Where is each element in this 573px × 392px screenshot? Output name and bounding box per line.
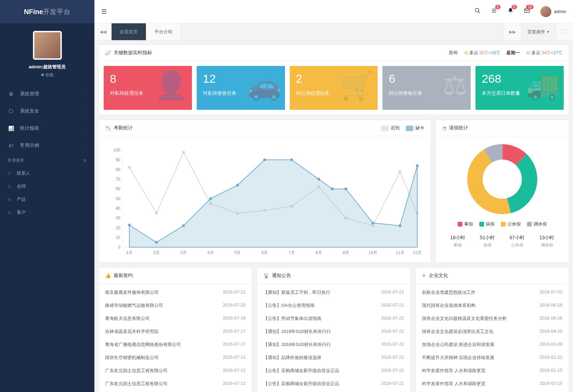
tab-home[interactable]: 欢迎首页 [112, 23, 146, 40]
list-item[interactable]: 科学发展作指导 人水和谐路更宽2016-02-15 [416, 364, 569, 377]
list-item-title: 青海航天信息有限公司 [105, 315, 150, 322]
list-item-title: 现代国有企业道德体系初构 [422, 302, 475, 309]
swatch-icon [381, 126, 389, 131]
legend-item: 调休假 [527, 221, 547, 227]
list-item-date: 2016-07-21 [381, 355, 404, 361]
list-item[interactable]: 【通知】2016年G20财长和央行行2016-07-21 [257, 338, 410, 351]
svg-point-49 [263, 158, 266, 161]
list-item[interactable]: 曲靖市绿能燃气运输有限公司2016-07-20 [99, 299, 252, 312]
list-item[interactable]: 【公告】劳动节集体出游指南2016-07-21 [257, 312, 410, 325]
list-item[interactable]: 青海航天信息有限公司2016-07-19 [99, 312, 252, 325]
list-item[interactable]: 广东友元国土信息工程有限公司2016-07-12 [99, 377, 252, 390]
fav-product[interactable]: ☆产品 [0, 193, 94, 206]
list-item-title: 【通知】2016年G20财长和央行行 [263, 342, 331, 348]
badge: 16 [526, 5, 533, 9]
list-item[interactable]: 吉林省蔬菜花卉科学研究院2016-07-17 [99, 325, 252, 338]
card-private-sign[interactable]: 12对私待签收任务🚗 [197, 66, 285, 110]
list-item[interactable]: 【公告】OA办公使用指南2016-07-21 [257, 299, 410, 312]
list-item-title: 加强企业公民建设 推进企业和谐发展 [422, 342, 495, 348]
svg-point-54 [371, 221, 374, 224]
gear-icon[interactable]: ⚙ [83, 158, 87, 163]
list-item-title: 国有企业文化建设必须突出员工文化 [422, 328, 493, 335]
list-item-title: 【通知】2016年G20财长和央行行 [263, 328, 331, 335]
donut-chart: 事假 病假 公休假 调休假 18小时事假 51小时病假 67小时公休假 13小时… [436, 136, 569, 255]
fav-customer[interactable]: ☆客户 [0, 206, 94, 219]
notice-panel: 📡通知公告 【通知】新版员工守则，即日执行2016-07-21【公告】OA办公使… [257, 267, 410, 392]
bell-icon[interactable]: 8 [507, 8, 514, 15]
list-item-date: 2016-07-13 [223, 355, 246, 361]
card-public-pending[interactable]: 2对公待处理任务🛒 [290, 66, 378, 110]
list-item-date: 2016-07-12 [223, 381, 246, 387]
svg-point-45 [155, 241, 158, 244]
monitor-icon: 🖵 [8, 108, 14, 114]
star-icon: ☆ [8, 197, 11, 202]
list-item[interactable]: 【通知】品牌价值的最佳选择2016-07-21 [257, 351, 410, 364]
list-item[interactable]: 不断提升大庆精神 实现企业持续发展2016-02-22 [416, 351, 569, 364]
list-item-date: 2016-07-19 [223, 315, 246, 322]
legend-item: 事假 [458, 221, 473, 227]
list-item[interactable]: 科学发展作指导 人水和谐路更宽2016-02-15 [416, 377, 569, 390]
list-item-date: 2016-07-21 [381, 315, 404, 322]
user-menu[interactable]: admin [540, 6, 566, 17]
list-item[interactable]: 【通知】新版员工守则，即日执行2016-07-21 [257, 286, 410, 299]
avatar-icon [540, 6, 551, 17]
svg-point-31 [128, 166, 131, 169]
nav-item-system[interactable]: ⚙系统管理› [0, 85, 94, 103]
plane-icon: ✈ [422, 273, 426, 278]
nav-item-reports[interactable]: 📊统计报表› [0, 120, 94, 137]
mail-icon[interactable]: 16 [524, 8, 530, 15]
list-item[interactable]: 南京森鹿皮件服饰有限公司2016-07-21 [99, 286, 252, 299]
weather-day: 星期一 [506, 50, 520, 56]
nav-item-security[interactable]: 🖵系统安全› [0, 103, 94, 120]
search-icon[interactable] [474, 8, 481, 15]
tab-prev-icon[interactable]: ◀◀ [94, 23, 112, 40]
logo: NFine开发平台 [0, 0, 94, 23]
swatch-icon [527, 222, 532, 227]
fav-contract[interactable]: ☆合同 [0, 180, 94, 193]
svg-point-56 [416, 164, 419, 167]
list-item[interactable]: 创新企业党建思想政治工作2016-07-02 [416, 286, 569, 299]
svg-text:8月: 8月 [316, 250, 322, 255]
badge: 8 [512, 5, 517, 9]
svg-marker-43 [129, 160, 417, 247]
list-item[interactable]: 【公告】采购商城全新升级自营业正品2016-07-21 [257, 377, 410, 390]
chevron-right-icon: › [86, 109, 87, 113]
svg-point-47 [209, 197, 212, 200]
swatch-icon [479, 222, 484, 227]
profile-name: admin;超级管理员 [8, 64, 87, 70]
list-item[interactable]: 广东友元国土信息工程有限公司2016-07-12 [99, 364, 252, 377]
list-item[interactable]: 青海省广播电视信息网络股份有限公司2016-07-17 [99, 338, 252, 351]
fullscreen-icon[interactable]: ⛶ [556, 23, 573, 40]
list-item-title: 【公告】采购商城全新升级自营业正品 [263, 381, 339, 387]
tab-next-icon[interactable]: ▶▶ [504, 23, 521, 40]
list-item-date: 2016-03-08 [539, 342, 562, 348]
tab-intro[interactable]: 平台介绍 [146, 23, 181, 40]
list-item[interactable]: 加强企业公民建设 推进企业和谐发展2016-03-08 [416, 338, 569, 351]
list-icon[interactable]: 5 [491, 8, 497, 15]
svg-text:30: 30 [116, 216, 121, 220]
tag-icon: 🏷 [8, 143, 14, 148]
chart-icon: 📊 [8, 126, 14, 131]
chevron-right-icon: › [86, 127, 87, 130]
nav-label: 统计报表 [20, 125, 39, 131]
card-orders[interactable]: 268本月交易订单数量🚚 [475, 66, 564, 110]
card-public-sign[interactable]: 6对公待签收任务⚖ [382, 66, 471, 110]
svg-point-41 [399, 170, 401, 173]
tab-operations[interactable]: 页签操作 ▼ [521, 23, 556, 40]
card-private-pending[interactable]: 8对私待处理任务👤 [104, 66, 192, 110]
list-item-date: 2016-04-20 [539, 328, 562, 335]
list-item[interactable]: 【通知】2016年G20财长和央行行2016-07-21 [257, 325, 410, 338]
list-item[interactable]: 国有企业文化建设必须突出员工文化2016-04-20 [416, 325, 569, 338]
list-item-title: 【公告】劳动节集体出游指南 [263, 315, 321, 322]
svg-point-52 [331, 187, 334, 190]
list-item[interactable]: 【公告】采购商城全新升级自营业正品2016-07-21 [257, 364, 410, 377]
list-item[interactable]: 国有企业文化问题根源及文化重塑任务分析2016-06-26 [416, 312, 569, 325]
brand-bold: NFine [24, 8, 43, 15]
fav-contact[interactable]: ☆联系人 [0, 167, 94, 180]
list-item-date: 2016-07-21 [381, 368, 404, 374]
panel-title: 最新签约 [114, 273, 133, 279]
list-item[interactable]: 现代国有企业道德体系初构2016-06-18 [416, 299, 569, 312]
hamburger-icon[interactable]: ☰ [101, 8, 107, 15]
list-item[interactable]: 国营长空精密机械制造公司2016-07-13 [99, 351, 252, 364]
nav-item-examples[interactable]: 🏷常用示例› [0, 137, 94, 154]
